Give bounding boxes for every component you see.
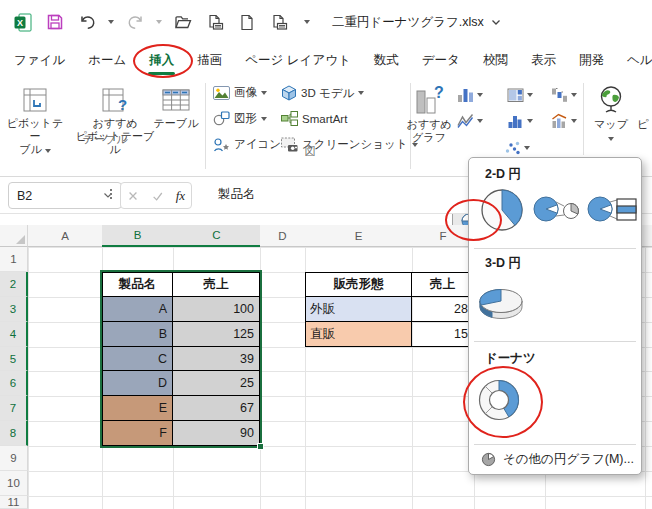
menu-divider: [474, 248, 636, 249]
col-header-C[interactable]: C: [173, 225, 261, 247]
cell-E4[interactable]: 直販: [305, 322, 412, 347]
cell-E2[interactable]: 販売形態: [305, 272, 412, 297]
2d-pie-icon: [479, 187, 525, 233]
row-header-10[interactable]: 10: [0, 471, 28, 496]
menu-section-2d-pie: 2-D 円: [485, 166, 521, 183]
pie-chart-dropdown-menu: 2-D 円 3-D: [468, 157, 642, 475]
menu-item-3d-pie[interactable]: [477, 285, 525, 323]
row-header-6[interactable]: 6: [0, 371, 28, 396]
cell-B3[interactable]: A: [102, 297, 173, 322]
cell-C8[interactable]: 90: [173, 421, 260, 446]
cell-C5[interactable]: 39: [173, 347, 260, 371]
bar-of-pie-icon: [586, 194, 638, 228]
cell-F2[interactable]: 売上: [412, 272, 474, 297]
row-header-4[interactable]: 4: [0, 322, 28, 347]
row-header-3[interactable]: 3: [0, 297, 28, 322]
cell-B4[interactable]: B: [102, 322, 173, 347]
row-header-2[interactable]: 2: [0, 272, 28, 297]
gridline-vertical: [645, 247, 646, 509]
doughnut-chart-icon: [478, 376, 522, 424]
cell-F3[interactable]: 28: [412, 297, 474, 322]
cell-B5[interactable]: C: [102, 347, 173, 371]
menu-divider: [474, 341, 636, 342]
gridline-vertical: [260, 247, 261, 509]
menu-item-doughnut[interactable]: [478, 376, 522, 424]
select-all-corner[interactable]: [0, 225, 28, 247]
cell-B8[interactable]: F: [102, 421, 173, 446]
col-header-hidden[interactable]: [645, 225, 652, 247]
col-header-E[interactable]: E: [305, 225, 413, 247]
row-header-9[interactable]: 9: [0, 446, 28, 471]
selection-fill-handle[interactable]: [257, 443, 264, 450]
menu-item-bar-of-pie[interactable]: [586, 194, 638, 228]
cell-B2[interactable]: 製品名: [102, 272, 173, 297]
menu-section-3d-pie: 3-D 円: [485, 255, 521, 272]
row-header-5[interactable]: 5: [0, 347, 28, 371]
cell-C2[interactable]: 売上: [173, 272, 260, 297]
menu-item-more-pie-charts[interactable]: その他の円グラフ(M)...: [469, 446, 641, 472]
more-pie-charts-icon: [481, 452, 496, 467]
cell-C4[interactable]: 125: [173, 322, 260, 347]
col-header-D[interactable]: D: [260, 225, 306, 247]
cell-E3[interactable]: 外販: [305, 297, 412, 322]
row-header-1[interactable]: 1: [0, 247, 28, 272]
gridline-vertical: [28, 247, 29, 509]
excel-window: X: [0, 0, 652, 509]
menu-section-doughnut: ドーナツ: [485, 350, 536, 367]
row-header-11[interactable]: 11: [0, 496, 28, 509]
row-header-8[interactable]: 8: [0, 421, 28, 446]
cell-C6[interactable]: 25: [173, 371, 260, 396]
col-header-A[interactable]: A: [28, 225, 103, 247]
cell-B6[interactable]: D: [102, 371, 173, 396]
menu-divider: [474, 444, 636, 445]
3d-pie-icon: [477, 285, 525, 323]
col-header-B[interactable]: B: [102, 225, 174, 247]
more-pie-charts-label: その他の円グラフ(M)...: [503, 451, 634, 468]
cell-C3[interactable]: 100: [173, 297, 260, 322]
gridline-horizontal: [28, 496, 652, 497]
cell-F4[interactable]: 15: [412, 322, 474, 347]
col-header-F[interactable]: F: [412, 225, 475, 247]
menu-item-2d-pie[interactable]: [479, 187, 525, 233]
row-header-7[interactable]: 7: [0, 396, 28, 421]
menu-item-pie-of-pie[interactable]: [532, 194, 580, 228]
pie-of-pie-icon: [532, 194, 580, 228]
cell-C7[interactable]: 67: [173, 396, 260, 421]
cell-B7[interactable]: E: [102, 396, 173, 421]
